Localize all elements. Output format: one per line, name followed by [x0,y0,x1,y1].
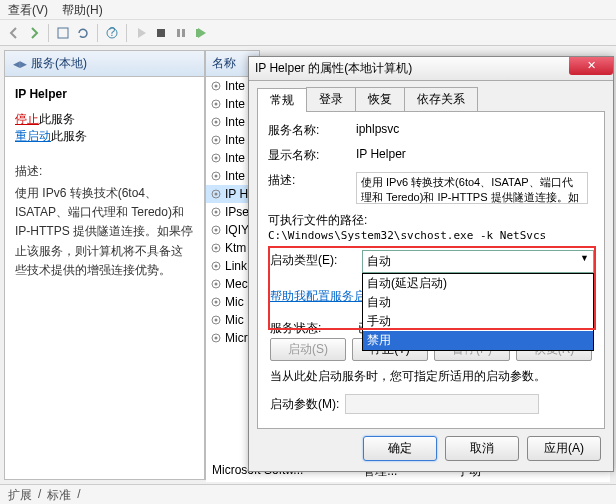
gear-icon [210,134,222,146]
svg-point-24 [215,229,218,232]
path-value: C:\Windows\System32\svchost.exe -k NetSv… [268,229,594,242]
svg-rect-3 [157,29,165,37]
dialog-tab[interactable]: 登录 [306,87,356,111]
gear-icon [210,278,222,290]
gear-icon [210,206,222,218]
svg-point-36 [215,337,218,340]
gear-icon [210,188,222,200]
stop-icon[interactable] [153,25,169,41]
tab-standard[interactable]: 标准 [47,487,71,502]
dialog-tab[interactable]: 依存关系 [404,87,478,111]
properties-dialog: IP Helper 的属性(本地计算机) ✕ 常规登录恢复依存关系 服务名称: … [248,56,614,472]
svg-point-26 [215,247,218,250]
dialog-titlebar[interactable]: IP Helper 的属性(本地计算机) ✕ [249,57,613,81]
svg-rect-0 [58,28,68,38]
disp-name-label: 显示名称: [268,147,356,164]
menubar: 查看(V) 帮助(H) [0,0,616,20]
gear-icon [210,116,222,128]
svg-point-30 [215,283,218,286]
toolbar: ? [0,20,616,46]
service-title: IP Helper [15,87,194,101]
play-icon[interactable] [133,25,149,41]
gear-icon [210,296,222,308]
svg-point-12 [215,121,218,124]
start-type-label: 启动类型(E): [270,252,337,269]
back-icon[interactable] [6,25,22,41]
menu-help[interactable]: 帮助(H) [62,2,103,17]
stop-suffix: 此服务 [39,112,75,126]
svg-point-8 [215,85,218,88]
dialog-tab[interactable]: 恢复 [355,87,405,111]
bottom-tabs: 扩展 / 标准 / [0,484,616,504]
restart-suffix: 此服务 [51,129,87,143]
gear-icon [210,314,222,326]
combo-dropdown[interactable]: 自动(延迟启动)自动手动禁用 [362,273,594,351]
desc-label: 描述: [15,163,194,180]
combo-option[interactable]: 禁用 [363,331,593,350]
help-config-link[interactable]: 帮助我配置服务启 [270,288,366,305]
svg-point-22 [215,211,218,214]
refresh-icon[interactable] [75,25,91,41]
start-button[interactable]: 启动(S) [270,338,346,361]
gear-icon [210,152,222,164]
hint-text: 当从此处启动服务时，您可指定所适用的启动参数。 [270,368,546,385]
svg-text:?: ? [109,25,116,39]
svg-rect-4 [177,29,180,37]
disp-name-value: IP Helper [356,147,594,161]
left-panel-header: 服务(本地) [5,51,204,77]
svg-point-34 [215,319,218,322]
svc-name-value: iphlpsvc [356,122,594,136]
desc-label2: 描述: [268,172,356,189]
stop-service-link[interactable]: 停止 [15,112,39,126]
tab-general: 服务名称: iphlpsvc 显示名称: IP Helper 描述: 使用 IP… [257,111,605,429]
cancel-button[interactable]: 取消 [445,436,519,461]
combo-option[interactable]: 自动(延迟启动) [363,274,593,293]
gear-icon [210,260,222,272]
svg-point-18 [215,175,218,178]
ok-button[interactable]: 确定 [363,436,437,461]
forward-icon[interactable] [26,25,42,41]
combo-selected-text: 自动 [367,253,391,270]
export-icon[interactable] [55,25,71,41]
gear-icon [210,170,222,182]
combo-option[interactable]: 手动 [363,312,593,331]
gear-icon [210,224,222,236]
svg-rect-6 [196,29,198,37]
apply-button[interactable]: 应用(A) [527,436,601,461]
gear-icon [210,242,222,254]
desc-text: 使用 IPv6 转换技术(6to4、ISATAP、端口代理和 Teredo)和 … [15,184,194,280]
gear-icon [210,80,222,92]
menu-view[interactable]: 查看(V) [8,2,48,17]
restart-icon[interactable] [193,25,209,41]
combo-option[interactable]: 自动 [363,293,593,312]
svc-name-label: 服务名称: [268,122,356,139]
param-input [345,394,539,414]
dialog-title-text: IP Helper 的属性(本地计算机) [255,60,412,77]
desc-textbox[interactable]: 使用 IPv6 转换技术(6to4、ISATAP、端口代理和 Teredo)和 … [356,172,588,204]
status-label: 服务状态: [270,320,358,337]
svg-point-20 [215,193,218,196]
param-label: 启动参数(M): [270,396,339,413]
chevron-down-icon[interactable]: ▼ [580,253,589,270]
dialog-tabs: 常规登录恢复依存关系 [257,87,605,111]
svg-point-32 [215,301,218,304]
start-type-combo[interactable]: 自动 ▼ 自动(延迟启动)自动手动禁用 [362,250,594,351]
svg-rect-5 [182,29,185,37]
left-panel: 服务(本地) IP Helper 停止此服务 重启动此服务 描述: 使用 IPv… [4,50,205,480]
help-icon[interactable]: ? [104,25,120,41]
svg-point-16 [215,157,218,160]
pause-icon[interactable] [173,25,189,41]
tab-extended[interactable]: 扩展 [8,487,32,502]
svg-point-14 [215,139,218,142]
svg-point-28 [215,265,218,268]
gear-icon [210,332,222,344]
path-label: 可执行文件的路径: [268,212,594,229]
close-icon[interactable]: ✕ [569,57,613,75]
restart-service-link[interactable]: 重启动 [15,129,51,143]
svg-point-10 [215,103,218,106]
gear-icon [210,98,222,110]
dialog-tab[interactable]: 常规 [257,88,307,112]
